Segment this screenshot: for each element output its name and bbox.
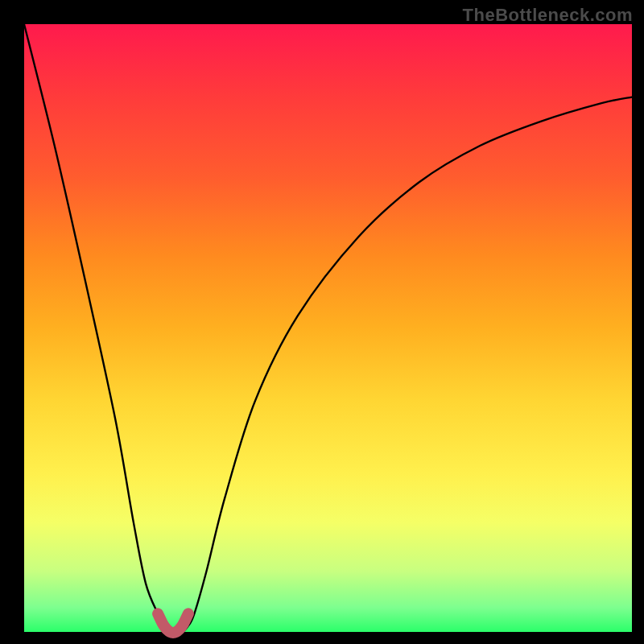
plot-area (24, 24, 632, 632)
watermark-text: TheBottleneck.com (463, 5, 633, 26)
chart-stage: TheBottleneck.com (0, 0, 644, 644)
curve-svg (24, 24, 632, 632)
bottleneck-curve (24, 24, 632, 633)
good-zone-marker (158, 613, 188, 633)
